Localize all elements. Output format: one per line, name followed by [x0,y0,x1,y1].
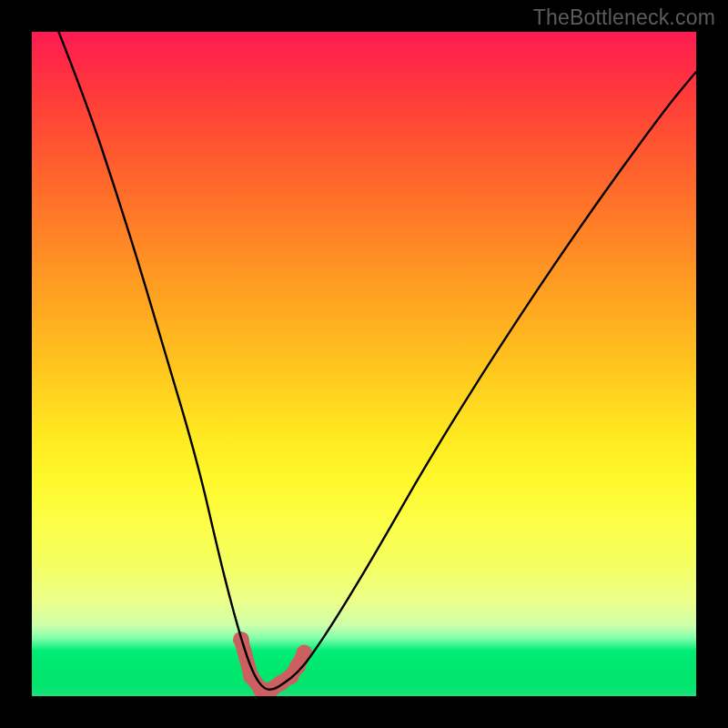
marker-group [233,632,312,696]
plot-area [32,32,696,696]
bottleneck-curve [32,32,696,690]
curve-svg [32,32,696,696]
watermark-text: TheBottleneck.com [533,5,715,30]
chart-frame: TheBottleneck.com [0,0,728,728]
marker-dot [243,668,259,684]
